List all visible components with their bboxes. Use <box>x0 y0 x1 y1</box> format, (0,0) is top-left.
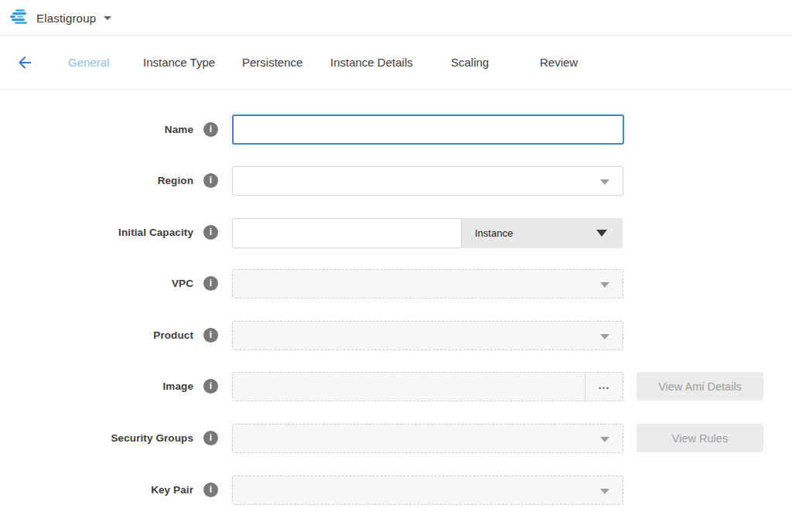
product-dropdown <box>232 321 623 350</box>
form-row-security-groups: Security Groups i View Rules <box>0 423 792 454</box>
info-icon[interactable]: i <box>203 483 218 497</box>
chevron-down-icon <box>600 282 609 288</box>
key-pair-dropdown <box>232 476 623 505</box>
product-switcher[interactable]: Elastigroup <box>9 0 111 36</box>
image-input: ... <box>232 372 623 401</box>
arrow-left-icon <box>15 53 34 72</box>
form-row-region: Region i <box>0 165 792 196</box>
key-pair-label: Key Pair <box>0 475 193 506</box>
region-label: Region <box>0 165 193 196</box>
initial-capacity-label: Initial Capacity <box>0 217 193 248</box>
security-groups-dropdown <box>232 424 623 453</box>
form-row-initial-capacity: Initial Capacity i Instance <box>0 217 792 248</box>
tab-persistence[interactable]: Persistence <box>242 36 302 89</box>
tab-general[interactable]: General <box>68 36 109 89</box>
name-label: Name <box>0 114 193 145</box>
product-label: Product <box>0 320 193 351</box>
chevron-down-icon <box>104 16 111 20</box>
view-rules-button[interactable]: View Rules <box>637 424 763 452</box>
tab-scaling[interactable]: Scaling <box>451 36 489 89</box>
initial-capacity-input[interactable] <box>232 218 462 248</box>
tab-review[interactable]: Review <box>540 36 578 89</box>
tab-instance-details[interactable]: Instance Details <box>330 36 413 89</box>
vpc-label: VPC <box>0 268 193 299</box>
elastigroup-create-page: Elastigroup General Instance Type Persis… <box>0 0 792 532</box>
form-row-key-pair: Key Pair i <box>0 475 792 506</box>
form-row-vpc: VPC i <box>0 268 792 299</box>
chevron-down-icon <box>596 230 607 237</box>
region-dropdown[interactable] <box>232 166 623 196</box>
product-name: Elastigroup <box>36 12 96 25</box>
security-groups-label: Security Groups <box>0 423 193 454</box>
chevron-down-icon <box>600 334 609 339</box>
image-label: Image <box>0 371 193 402</box>
browse-image-button[interactable]: ... <box>585 373 623 401</box>
top-bar: Elastigroup <box>0 0 792 36</box>
info-icon[interactable]: i <box>203 173 218 188</box>
info-icon[interactable]: i <box>203 276 218 291</box>
wizard-tab-bar: General Instance Type Persistence Instan… <box>0 36 792 90</box>
capacity-unit-dropdown[interactable]: Instance <box>462 218 623 248</box>
elastigroup-logo-icon <box>9 9 29 26</box>
chevron-down-icon <box>600 489 609 494</box>
info-icon[interactable]: i <box>203 328 218 343</box>
general-form: Name i Region i Initial Capacity i Insta… <box>0 90 792 532</box>
capacity-unit-value: Instance <box>475 218 513 248</box>
form-row-image: Image i ... View Ami Details <box>0 371 792 402</box>
view-ami-details-button[interactable]: View Ami Details <box>637 372 763 401</box>
name-input[interactable] <box>232 114 624 145</box>
form-row-name: Name i <box>0 114 792 145</box>
info-icon[interactable]: i <box>203 225 218 240</box>
chevron-down-icon <box>600 437 609 442</box>
vpc-dropdown <box>232 269 623 298</box>
back-button[interactable] <box>15 53 34 72</box>
info-icon[interactable]: i <box>203 379 218 394</box>
tab-instance-type[interactable]: Instance Type <box>143 36 215 89</box>
info-icon[interactable]: i <box>203 431 218 445</box>
form-row-product: Product i <box>0 320 792 351</box>
chevron-down-icon <box>600 179 609 185</box>
info-icon[interactable]: i <box>203 122 218 137</box>
